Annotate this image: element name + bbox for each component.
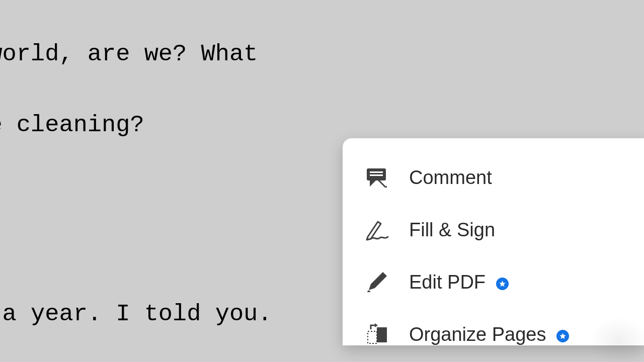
- tool-label: Comment: [409, 167, 492, 189]
- tool-label: Edit PDF: [409, 272, 509, 293]
- svg-rect-10: [368, 331, 377, 343]
- svg-rect-9: [377, 327, 387, 342]
- svg-marker-6: [367, 290, 371, 292]
- comment-icon: [365, 165, 389, 190]
- tools-panel: Comment Fill & Sign Edit PDF: [343, 138, 644, 345]
- svg-marker-3: [370, 180, 376, 187]
- tool-fill-sign[interactable]: Fill & Sign: [343, 204, 644, 256]
- tool-label: Fill & Sign: [409, 219, 495, 241]
- organize-pages-icon: [365, 322, 389, 346]
- tool-edit-pdf[interactable]: Edit PDF: [343, 256, 644, 308]
- svg-marker-11: [375, 323, 378, 327]
- premium-star-icon: [556, 330, 569, 342]
- tool-label-text: Organize Pages: [409, 324, 546, 345]
- tool-organize-pages[interactable]: Organize Pages: [343, 308, 644, 360]
- pencil-icon: [365, 270, 389, 294]
- svg-marker-12: [559, 333, 566, 339]
- svg-rect-2: [370, 174, 383, 176]
- doc-line: e world, are we? What: [0, 42, 413, 66]
- svg-rect-1: [370, 171, 383, 173]
- sign-icon: [365, 218, 389, 242]
- svg-marker-8: [499, 281, 506, 287]
- tool-comment[interactable]: Comment: [343, 151, 644, 204]
- tool-label: Organize Pages: [409, 324, 569, 345]
- doc-line: use cleaning?: [0, 113, 413, 137]
- premium-star-icon: [496, 278, 509, 290]
- tool-label-text: Edit PDF: [409, 272, 486, 293]
